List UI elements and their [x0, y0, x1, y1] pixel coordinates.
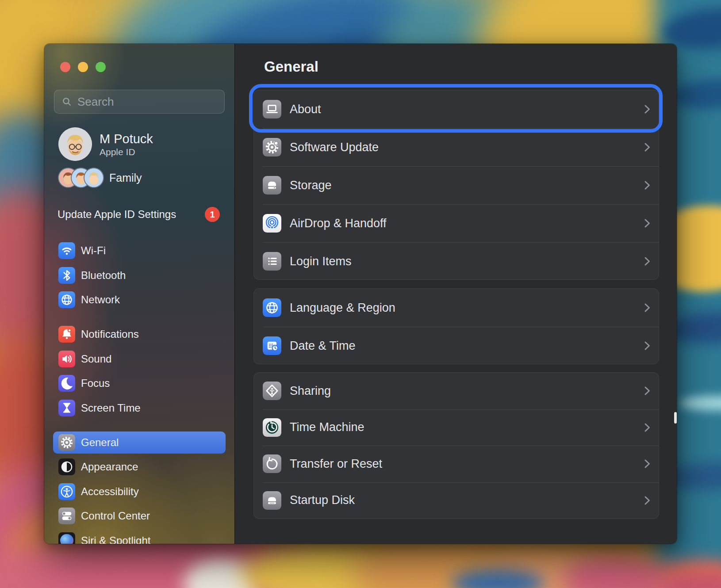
hourglass-icon	[58, 400, 75, 416]
row-airdrop-handoff[interactable]: AirDrop & Handoff	[254, 204, 659, 242]
time-machine-icon	[263, 418, 281, 437]
row-login-items[interactable]: Login Items	[254, 242, 659, 280]
general-pane: General About	[234, 44, 677, 544]
avatar	[58, 127, 92, 161]
accessibility-icon	[58, 483, 75, 500]
update-apple-id-settings[interactable]: Update Apple ID Settings 1	[58, 206, 226, 222]
sidebar-item-control-center[interactable]: Control Center	[53, 505, 226, 527]
drive-icon	[263, 176, 281, 195]
profile-subtitle: Apple ID	[100, 146, 153, 157]
bluetooth-icon	[58, 267, 75, 284]
sidebar-item-general[interactable]: General	[53, 431, 226, 454]
chevron-right-icon	[640, 494, 654, 507]
window-controls	[60, 62, 106, 72]
family-avatar	[84, 168, 104, 188]
appearance-icon	[58, 458, 75, 475]
airdrop-icon	[263, 214, 281, 233]
search-field[interactable]	[54, 90, 225, 114]
row-software-update[interactable]: Software Update	[254, 128, 659, 166]
chevron-right-icon	[640, 301, 654, 314]
row-storage[interactable]: Storage	[254, 166, 659, 204]
gear-badge-icon	[263, 138, 281, 157]
apple-id-profile[interactable]: M Potuck Apple ID	[58, 127, 153, 161]
chevron-right-icon	[640, 217, 654, 230]
speaker-icon	[58, 351, 75, 367]
settings-group-3: Sharing Time Machine	[253, 372, 659, 519]
row-sharing[interactable]: Sharing	[254, 373, 659, 409]
sidebar-item-screen-time[interactable]: Screen Time	[53, 397, 226, 419]
sidebar-item-siri-spotlight[interactable]: Siri & Spotlight	[53, 530, 226, 544]
row-transfer-reset[interactable]: Transfer or Reset	[254, 446, 659, 482]
settings-group-1: About Software Update	[253, 90, 659, 280]
family-label: Family	[109, 172, 142, 184]
chevron-right-icon	[640, 103, 654, 116]
globe-icon	[58, 291, 75, 308]
row-startup-disk[interactable]: Startup Disk	[254, 482, 659, 519]
system-settings-window: M Potuck Apple ID Family Update Apple ID…	[44, 44, 677, 544]
sidebar-item-appearance[interactable]: Appearance	[53, 456, 226, 478]
sidebar-item-notifications[interactable]: Notifications	[53, 323, 226, 345]
list-icon	[263, 252, 281, 271]
transfer-icon	[263, 454, 281, 473]
row-about[interactable]: About	[254, 90, 659, 128]
sidebar-item-accessibility[interactable]: Accessibility	[53, 481, 226, 503]
window-edge-notch	[674, 412, 677, 424]
siri-icon	[58, 532, 75, 544]
bell-icon	[58, 326, 75, 343]
moon-icon	[58, 375, 75, 392]
update-apple-id-label: Update Apple ID Settings	[58, 208, 176, 221]
toggles-icon	[58, 508, 75, 524]
chevron-right-icon	[640, 179, 654, 192]
row-date-time[interactable]: Date & Time	[254, 327, 659, 365]
gear-icon	[58, 434, 75, 451]
chevron-right-icon	[640, 421, 654, 434]
sidebar-nav: Wi-Fi Bluetooth Network	[53, 240, 226, 544]
profile-name: M Potuck	[100, 131, 153, 146]
sidebar-item-network[interactable]: Network	[53, 289, 226, 311]
chevron-right-icon	[640, 457, 654, 470]
laptop-icon	[263, 100, 281, 118]
calendar-clock-icon	[263, 336, 281, 355]
family-row[interactable]: Family	[58, 168, 142, 188]
minimize-button[interactable]	[78, 62, 88, 72]
search-input[interactable]	[77, 95, 226, 109]
notification-badge: 1	[205, 207, 220, 222]
wifi-icon	[58, 242, 75, 259]
startup-disk-icon	[263, 491, 281, 510]
close-button[interactable]	[60, 62, 70, 72]
zoom-button[interactable]	[96, 62, 106, 72]
chevron-right-icon	[640, 339, 654, 352]
row-language-region[interactable]: Language & Region	[254, 289, 659, 327]
settings-group-2: Language & Region Date & Time	[253, 288, 659, 364]
page-title: General	[264, 58, 318, 75]
sidebar-item-wifi[interactable]: Wi-Fi	[53, 240, 226, 262]
globe-icon	[263, 298, 281, 317]
sharing-icon	[263, 382, 281, 400]
chevron-right-icon	[640, 141, 654, 154]
row-time-machine[interactable]: Time Machine	[254, 409, 659, 446]
chevron-right-icon	[640, 384, 654, 397]
sidebar-item-bluetooth[interactable]: Bluetooth	[53, 264, 226, 286]
sidebar-item-focus[interactable]: Focus	[53, 372, 226, 394]
settings-sidebar: M Potuck Apple ID Family Update Apple ID…	[44, 44, 234, 544]
sidebar-item-sound[interactable]: Sound	[53, 348, 226, 370]
search-icon	[61, 96, 72, 107]
chevron-right-icon	[640, 255, 654, 268]
